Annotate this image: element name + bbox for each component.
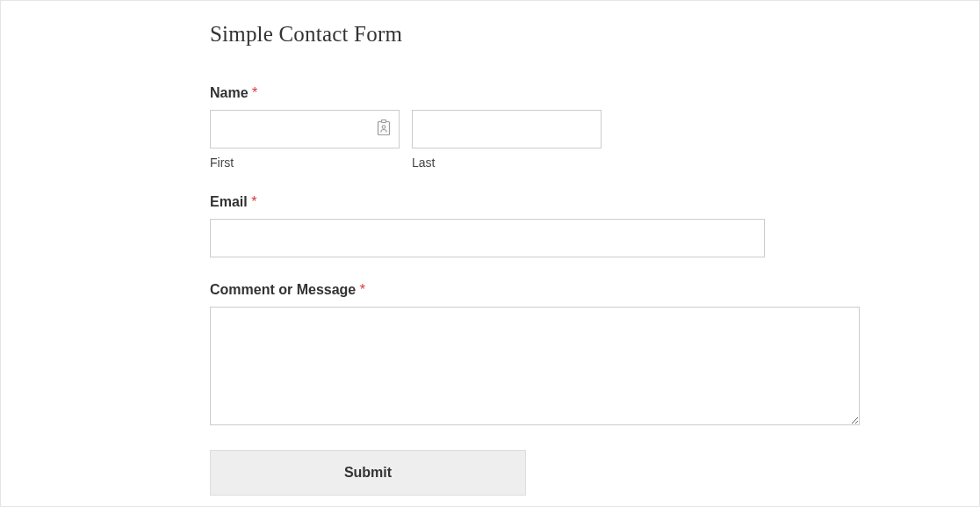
- message-label-text: Comment or Message: [210, 282, 356, 297]
- submit-button-label: Submit: [344, 465, 392, 481]
- first-name-input-wrap: [210, 110, 400, 148]
- message-required-asterisk: *: [360, 282, 365, 297]
- email-label-text: Email: [210, 194, 248, 209]
- message-textarea[interactable]: [210, 307, 860, 425]
- form-title: Simple Contact Form: [210, 22, 765, 47]
- email-input[interactable]: [210, 219, 765, 257]
- name-row: First Last: [210, 110, 765, 170]
- email-field-group: Email *: [210, 194, 765, 257]
- email-required-asterisk: *: [251, 194, 256, 209]
- message-label: Comment or Message *: [210, 282, 765, 298]
- email-label: Email *: [210, 194, 765, 210]
- first-name-column: First: [210, 110, 400, 170]
- first-name-input[interactable]: [210, 110, 400, 148]
- name-label-text: Name: [210, 85, 249, 100]
- name-label: Name *: [210, 85, 765, 101]
- svg-rect-1: [382, 120, 386, 123]
- name-field-group: Name * First: [210, 85, 765, 170]
- last-name-input[interactable]: [412, 110, 602, 148]
- last-name-column: Last: [412, 110, 602, 170]
- form-container: Simple Contact Form Name *: [1, 1, 765, 496]
- contact-card-icon: [377, 120, 391, 139]
- submit-button[interactable]: Submit: [210, 450, 526, 496]
- name-required-asterisk: *: [252, 85, 257, 100]
- last-name-sublabel: Last: [412, 156, 602, 170]
- first-name-sublabel: First: [210, 156, 400, 170]
- message-field-group: Comment or Message *: [210, 282, 765, 429]
